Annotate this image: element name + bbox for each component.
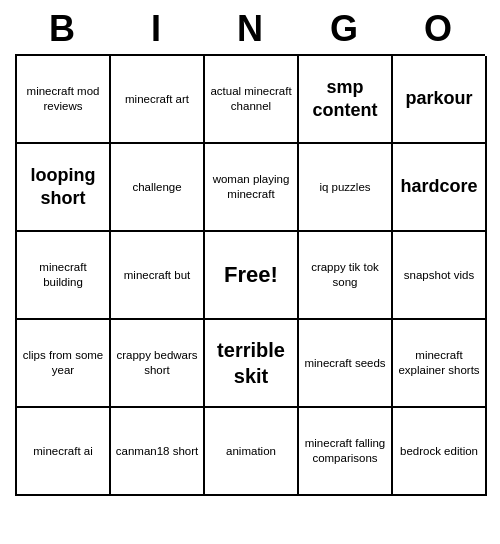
bingo-cell: woman playing minecraft <box>205 144 299 232</box>
bingo-cell: minecraft explainer shorts <box>393 320 487 408</box>
bingo-letter: N <box>207 8 293 50</box>
bingo-letter: I <box>113 8 199 50</box>
bingo-cell: iq puzzles <box>299 144 393 232</box>
bingo-cell: animation <box>205 408 299 496</box>
bingo-cell: looping short <box>17 144 111 232</box>
bingo-letter: G <box>301 8 387 50</box>
bingo-cell: minecraft seeds <box>299 320 393 408</box>
bingo-cell: Free! <box>205 232 299 320</box>
bingo-cell: minecraft but <box>111 232 205 320</box>
bingo-cell: clips from some year <box>17 320 111 408</box>
bingo-cell: minecraft building <box>17 232 111 320</box>
bingo-header: BINGO <box>15 0 485 54</box>
bingo-cell: minecraft mod reviews <box>17 56 111 144</box>
bingo-cell: smp content <box>299 56 393 144</box>
bingo-cell: actual minecraft channel <box>205 56 299 144</box>
bingo-letter: B <box>19 8 105 50</box>
bingo-cell: canman18 short <box>111 408 205 496</box>
bingo-grid: minecraft mod reviewsminecraft artactual… <box>15 54 485 496</box>
bingo-cell: bedrock edition <box>393 408 487 496</box>
bingo-cell: minecraft falling comparisons <box>299 408 393 496</box>
bingo-cell: parkour <box>393 56 487 144</box>
bingo-cell: challenge <box>111 144 205 232</box>
bingo-cell: minecraft art <box>111 56 205 144</box>
bingo-cell: snapshot vids <box>393 232 487 320</box>
bingo-cell: minecraft ai <box>17 408 111 496</box>
bingo-cell: hardcore <box>393 144 487 232</box>
bingo-cell: terrible skit <box>205 320 299 408</box>
bingo-cell: crappy tik tok song <box>299 232 393 320</box>
bingo-cell: crappy bedwars short <box>111 320 205 408</box>
bingo-letter: O <box>395 8 481 50</box>
